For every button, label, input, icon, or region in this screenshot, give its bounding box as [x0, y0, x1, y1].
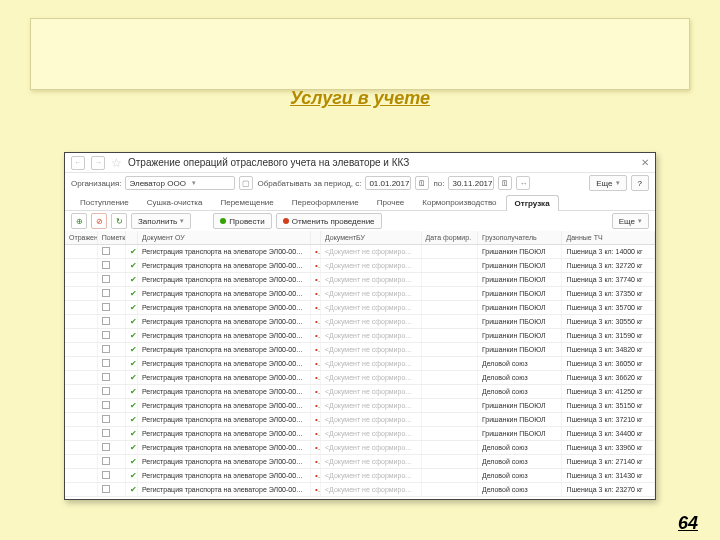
cell-doc-bu[interactable]: <Документ не сформиро...	[320, 259, 421, 273]
table-row[interactable]: ✔Регистрация транспорта на элеваторе ЭЛ0…	[65, 427, 655, 441]
table-row[interactable]: ✔Регистрация транспорта на элеваторе ЭЛ0…	[65, 455, 655, 469]
cell-mark[interactable]	[97, 413, 125, 427]
table-row[interactable]: ✔Регистрация транспорта на элеваторе ЭЛ0…	[65, 343, 655, 357]
date-from-input[interactable]: 01.01.2017	[365, 176, 411, 190]
refresh-button[interactable]: ↻	[111, 213, 127, 229]
date-to-picker[interactable]: 🗓	[498, 176, 512, 190]
checkbox-icon[interactable]	[102, 275, 110, 283]
fill-button[interactable]: Заполнить ▾	[131, 213, 191, 229]
add-button[interactable]: ⊕	[71, 213, 87, 229]
cell-doc-bu[interactable]: <Документ не сформиро...	[320, 469, 421, 483]
col-doc-status[interactable]	[310, 231, 320, 245]
cell-mark[interactable]	[97, 245, 125, 259]
cell-doc-ou[interactable]: Регистрация транспорта на элеваторе ЭЛ00…	[137, 441, 310, 455]
cell-doc-ou[interactable]: Регистрация транспорта на элеваторе ЭЛ00…	[137, 385, 310, 399]
cell-mark[interactable]	[97, 483, 125, 497]
cell-mark[interactable]	[97, 315, 125, 329]
tab-5[interactable]: Кормопроизводство	[413, 194, 505, 210]
date-to-input[interactable]: 30.11.2017	[448, 176, 494, 190]
data-grid[interactable]: Отражен Пометка Документ ОУ ДокументБУ Д…	[65, 231, 655, 499]
cell-mark[interactable]	[97, 455, 125, 469]
table-row[interactable]: ✔Регистрация транспорта на элеваторе ЭЛ0…	[65, 441, 655, 455]
checkbox-icon[interactable]	[102, 359, 110, 367]
cell-mark[interactable]	[97, 469, 125, 483]
col-data[interactable]: Данные ТЧ	[562, 231, 655, 245]
post-button[interactable]: Провести	[213, 213, 271, 229]
table-row[interactable]: ✔Регистрация транспорта на элеваторе ЭЛ0…	[65, 329, 655, 343]
remove-button[interactable]: ⊘	[91, 213, 107, 229]
cell-doc-bu[interactable]: <Документ не сформиро...	[320, 343, 421, 357]
cell-mark[interactable]	[97, 273, 125, 287]
nav-back-button[interactable]: ←	[71, 156, 85, 170]
cell-mark[interactable]	[97, 427, 125, 441]
col-doc-bu[interactable]: ДокументБУ	[320, 231, 421, 245]
col-date[interactable]: Дата формир.	[421, 231, 477, 245]
cell-doc-bu[interactable]: <Документ не сформиро...	[320, 385, 421, 399]
checkbox-icon[interactable]	[102, 261, 110, 269]
table-row[interactable]: ✔Регистрация транспорта на элеваторе ЭЛ0…	[65, 469, 655, 483]
tab-3[interactable]: Переоформление	[283, 194, 368, 210]
cell-doc-ou[interactable]: Регистрация транспорта на элеваторе ЭЛ00…	[137, 301, 310, 315]
checkbox-icon[interactable]	[102, 317, 110, 325]
nav-forward-button[interactable]: →	[91, 156, 105, 170]
tab-4[interactable]: Прочее	[368, 194, 414, 210]
checkbox-icon[interactable]	[102, 345, 110, 353]
help-button[interactable]: ?	[631, 175, 649, 191]
cell-doc-bu[interactable]: <Документ не сформиро...	[320, 287, 421, 301]
cell-doc-ou[interactable]: Регистрация транспорта на элеваторе ЭЛ00…	[137, 483, 310, 497]
cell-mark[interactable]	[97, 343, 125, 357]
checkbox-icon[interactable]	[102, 289, 110, 297]
checkbox-icon[interactable]	[102, 485, 110, 493]
cell-doc-ou[interactable]: Регистрация транспорта на элеваторе ЭЛ00…	[137, 273, 310, 287]
cell-doc-bu[interactable]: <Документ не сформиро...	[320, 441, 421, 455]
more-button[interactable]: Еще ▾	[589, 175, 626, 191]
checkbox-icon[interactable]	[102, 457, 110, 465]
checkbox-icon[interactable]	[102, 429, 110, 437]
table-row[interactable]: ✔Регистрация транспорта на элеваторе ЭЛ0…	[65, 315, 655, 329]
checkbox-icon[interactable]	[102, 415, 110, 423]
org-select[interactable]: Элеватор ООО	[125, 176, 235, 190]
table-row[interactable]: ✔Регистрация транспорта на элеваторе ЭЛ0…	[65, 245, 655, 259]
period-apply-button[interactable]: ↔	[516, 176, 530, 190]
cell-doc-ou[interactable]: Регистрация транспорта на элеваторе ЭЛ00…	[137, 413, 310, 427]
close-icon[interactable]: ✕	[641, 157, 649, 168]
cell-doc-bu[interactable]: <Документ не сформиро...	[320, 273, 421, 287]
table-row[interactable]: ✔Регистрация транспорта на элеваторе ЭЛ0…	[65, 301, 655, 315]
cell-doc-ou[interactable]: Регистрация транспорта на элеваторе ЭЛ00…	[137, 455, 310, 469]
cell-doc-ou[interactable]: Регистрация транспорта на элеваторе ЭЛ00…	[137, 245, 310, 259]
cell-mark[interactable]	[97, 385, 125, 399]
cell-mark[interactable]	[97, 259, 125, 273]
cell-mark[interactable]	[97, 287, 125, 301]
checkbox-icon[interactable]	[102, 443, 110, 451]
table-row[interactable]: ✔Регистрация транспорта на элеваторе ЭЛ0…	[65, 371, 655, 385]
date-from-picker[interactable]: 🗓	[415, 176, 429, 190]
checkbox-icon[interactable]	[102, 387, 110, 395]
cell-doc-bu[interactable]: <Документ не сформиро...	[320, 455, 421, 469]
cell-mark[interactable]	[97, 399, 125, 413]
cell-doc-bu[interactable]: <Документ не сформиро...	[320, 329, 421, 343]
cell-mark[interactable]	[97, 329, 125, 343]
checkbox-icon[interactable]	[102, 471, 110, 479]
tab-1[interactable]: Сушка-очистка	[138, 194, 212, 210]
tab-2[interactable]: Перемещение	[211, 194, 282, 210]
table-row[interactable]: ✔Регистрация транспорта на элеваторе ЭЛ0…	[65, 399, 655, 413]
cell-doc-bu[interactable]: <Документ не сформиро...	[320, 399, 421, 413]
tab-6[interactable]: Отгрузка	[506, 195, 559, 211]
cell-doc-bu[interactable]: <Документ не сформиро...	[320, 357, 421, 371]
cell-doc-ou[interactable]: Регистрация транспорта на элеваторе ЭЛ00…	[137, 343, 310, 357]
checkbox-icon[interactable]	[102, 331, 110, 339]
checkbox-icon[interactable]	[102, 401, 110, 409]
col-mark[interactable]: Пометка	[97, 231, 125, 245]
cell-doc-bu[interactable]: <Документ не сформиро...	[320, 413, 421, 427]
cell-doc-ou[interactable]: Регистрация транспорта на элеваторе ЭЛ00…	[137, 287, 310, 301]
cell-doc-ou[interactable]: Регистрация транспорта на элеваторе ЭЛ00…	[137, 469, 310, 483]
favorite-star-icon[interactable]: ☆	[111, 156, 122, 170]
cell-mark[interactable]	[97, 441, 125, 455]
cell-doc-bu[interactable]: <Документ не сформиро...	[320, 483, 421, 497]
cell-doc-bu[interactable]: <Документ не сформиро...	[320, 427, 421, 441]
cell-doc-ou[interactable]: Регистрация транспорта на элеваторе ЭЛ00…	[137, 329, 310, 343]
cell-mark[interactable]	[97, 371, 125, 385]
checkbox-icon[interactable]	[102, 303, 110, 311]
cell-mark[interactable]	[97, 357, 125, 371]
cell-doc-bu[interactable]: <Документ не сформиро...	[320, 371, 421, 385]
